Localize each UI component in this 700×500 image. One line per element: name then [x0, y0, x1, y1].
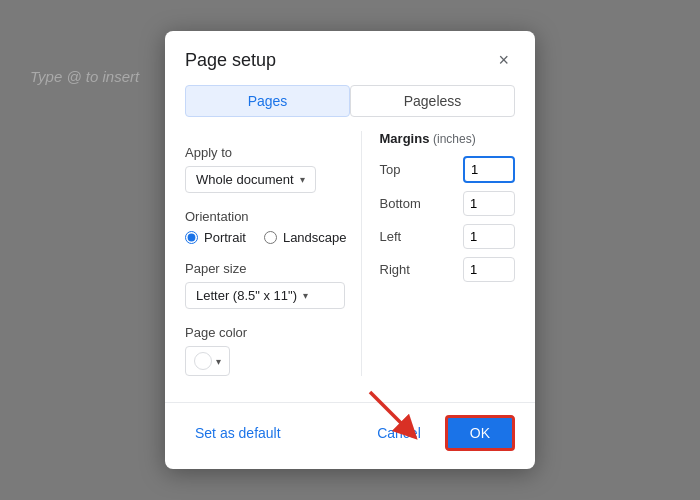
margins-header: Margins (inches) — [380, 131, 515, 146]
landscape-label: Landscape — [283, 230, 347, 245]
color-arrow: ▾ — [216, 356, 221, 367]
portrait-label: Portrait — [204, 230, 246, 245]
dialog-footer: Set as default Cancel OK — [165, 402, 535, 469]
apply-to-value: Whole document — [196, 172, 294, 187]
margin-right-label: Right — [380, 262, 426, 277]
dialog-body: Apply to Whole document ▾ Orientation Po… — [165, 131, 535, 394]
page-color-swatch[interactable]: ▾ — [185, 346, 230, 376]
margin-left-label: Left — [380, 229, 426, 244]
page-setup-dialog: Page setup × Pages Pageless Apply to Who… — [165, 31, 535, 469]
dialog-overlay: Page setup × Pages Pageless Apply to Who… — [0, 0, 700, 500]
margin-bottom-label: Bottom — [380, 196, 426, 211]
dialog-title: Page setup — [185, 50, 276, 71]
left-column: Apply to Whole document ▾ Orientation Po… — [185, 131, 347, 376]
paper-size-label: Paper size — [185, 261, 347, 276]
orientation-label: Orientation — [185, 209, 347, 224]
margin-left-row: Left — [380, 224, 515, 249]
portrait-option[interactable]: Portrait — [185, 230, 246, 245]
apply-to-label: Apply to — [185, 145, 347, 160]
landscape-option[interactable]: Landscape — [264, 230, 347, 245]
apply-to-arrow: ▾ — [300, 174, 305, 185]
set-default-button[interactable]: Set as default — [185, 417, 291, 449]
margin-bottom-input[interactable] — [463, 191, 515, 216]
cancel-button[interactable]: Cancel — [363, 417, 435, 449]
margin-right-input[interactable] — [463, 257, 515, 282]
tabs-row: Pages Pageless — [165, 85, 535, 131]
paper-size-value: Letter (8.5" x 11") — [196, 288, 297, 303]
margin-bottom-row: Bottom — [380, 191, 515, 216]
tab-pages[interactable]: Pages — [185, 85, 350, 117]
margins-title: Margins — [380, 131, 430, 146]
close-button[interactable]: × — [492, 49, 515, 71]
color-circle — [194, 352, 212, 370]
margin-right-row: Right — [380, 257, 515, 282]
margin-top-input[interactable] — [463, 156, 515, 183]
apply-to-dropdown[interactable]: Whole document ▾ — [185, 166, 316, 193]
landscape-radio[interactable] — [264, 231, 277, 244]
tab-pageless[interactable]: Pageless — [350, 85, 515, 117]
orientation-row: Portrait Landscape — [185, 230, 347, 245]
portrait-radio[interactable] — [185, 231, 198, 244]
ok-button[interactable]: OK — [445, 415, 515, 451]
dialog-header: Page setup × — [165, 31, 535, 85]
margins-column: Margins (inches) Top Bottom Left — [361, 131, 515, 376]
margin-left-input[interactable] — [463, 224, 515, 249]
margins-unit: (inches) — [433, 132, 476, 146]
paper-size-arrow: ▾ — [303, 290, 308, 301]
margin-top-label: Top — [380, 162, 426, 177]
margin-top-row: Top — [380, 156, 515, 183]
footer-right: Cancel OK — [363, 415, 515, 451]
paper-size-dropdown[interactable]: Letter (8.5" x 11") ▾ — [185, 282, 345, 309]
page-color-label: Page color — [185, 325, 347, 340]
